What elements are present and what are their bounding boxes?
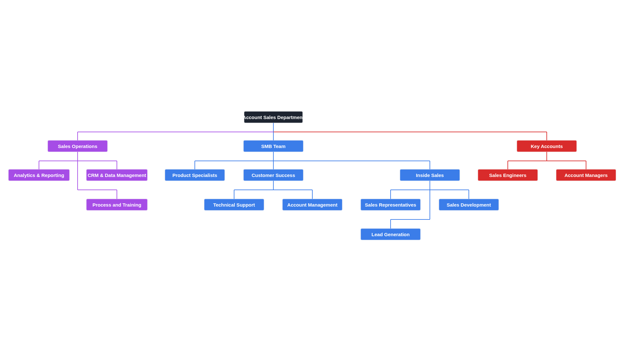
node-label: Account Managers — [564, 172, 608, 178]
node-label: Account Sales Department — [243, 115, 304, 120]
node-label: Inside Sales — [416, 172, 444, 178]
node-label: Sales Operations — [58, 144, 98, 149]
node-customer-success[interactable]: Customer Success — [243, 169, 303, 181]
node-process-training[interactable]: Process and Training — [86, 199, 147, 210]
node-sales-development[interactable]: Sales Development — [439, 199, 499, 210]
node-label: Sales Development — [447, 202, 491, 208]
node-label: Process and Training — [92, 202, 141, 208]
node-lead-generation[interactable]: Lead Generation — [361, 228, 421, 240]
org-chart-canvas: Account Sales Department Sales Operation… — [0, 0, 644, 362]
connector-lines — [0, 0, 644, 362]
node-sales-engineers[interactable]: Sales Engineers — [478, 169, 538, 181]
node-account-management[interactable]: Account Management — [282, 199, 342, 210]
node-root[interactable]: Account Sales Department — [244, 111, 303, 123]
node-product-specialists[interactable]: Product Specialists — [165, 169, 225, 181]
node-label: Account Management — [287, 202, 337, 208]
node-label: Technical Support — [213, 202, 255, 208]
node-smb-team[interactable]: SMB Team — [243, 140, 303, 152]
node-label: Customer Success — [251, 172, 295, 178]
node-label: Lead Generation — [372, 232, 410, 237]
node-label: Analytics & Reporting — [14, 172, 64, 178]
node-label: Sales Engineers — [489, 172, 526, 178]
node-label: CRM & Data Management — [88, 172, 146, 178]
node-label: SMB Team — [261, 144, 286, 149]
node-crm-data-management[interactable]: CRM & Data Management — [86, 169, 147, 181]
node-sales-operations[interactable]: Sales Operations — [48, 140, 108, 152]
node-inside-sales[interactable]: Inside Sales — [400, 169, 460, 181]
node-key-accounts[interactable]: Key Accounts — [517, 140, 577, 152]
node-label: Sales Representatives — [365, 202, 416, 208]
node-label: Key Accounts — [531, 144, 563, 149]
node-analytics-reporting[interactable]: Analytics & Reporting — [8, 169, 70, 181]
node-label: Product Specialists — [172, 172, 217, 178]
node-technical-support[interactable]: Technical Support — [204, 199, 264, 210]
node-account-managers[interactable]: Account Managers — [556, 169, 616, 181]
node-sales-representatives[interactable]: Sales Representatives — [361, 199, 421, 210]
